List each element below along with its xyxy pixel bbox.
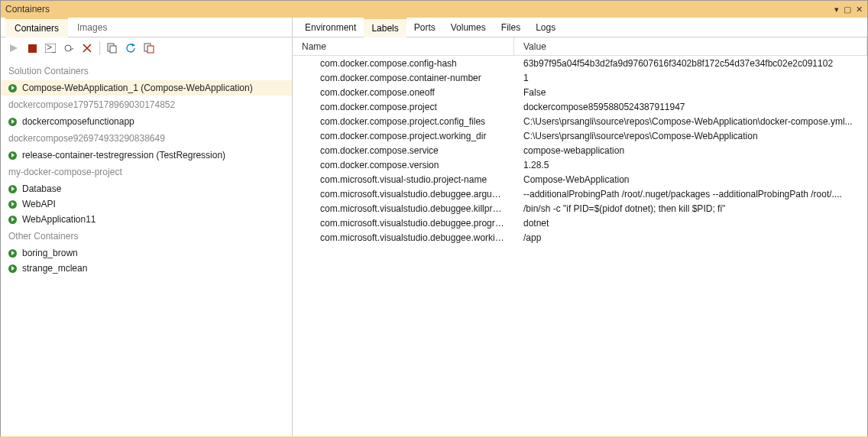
tree-item-label: boring_brown <box>22 248 78 258</box>
delete-icon[interactable] <box>79 40 96 57</box>
left-tab-bar: Containers Images <box>1 18 293 37</box>
svg-point-4 <box>65 45 71 51</box>
svg-marker-0 <box>10 44 18 52</box>
label-row[interactable]: com.docker.compose.project.config_filesC… <box>293 114 867 128</box>
label-name: com.microsoft.visualstudio.debuggee.kill… <box>293 203 514 214</box>
svg-text:>_: >_ <box>47 44 56 53</box>
tree-item[interactable]: dockercomposefunctionapp <box>1 114 292 129</box>
tree-item[interactable]: Compose-WebApplication_1 (Compose-WebApp… <box>1 80 292 96</box>
label-row[interactable]: com.docker.compose.servicecompose-webapp… <box>293 143 867 157</box>
label-name: com.docker.compose.project <box>293 102 514 112</box>
title-bar: Containers ▾ ▢ ✕ <box>1 1 867 18</box>
tree-item[interactable]: release-container-testregression (TestRe… <box>1 148 292 163</box>
tree-item-label: WebApplication11 <box>22 214 96 225</box>
label-row[interactable]: com.docker.compose.container-number1 <box>293 70 867 85</box>
label-name: com.docker.compose.oneoff <box>293 87 514 98</box>
label-name: com.docker.compose.config-hash <box>293 58 514 69</box>
label-row[interactable]: com.microsoft.visualstudio.debuggee.work… <box>293 230 867 245</box>
copy-icon[interactable] <box>104 40 121 57</box>
tabs-row: Containers Images Environment Labels Por… <box>1 18 867 37</box>
container-tree: Solution ContainersCompose-WebApplicatio… <box>1 59 292 279</box>
label-row[interactable]: com.microsoft.visualstudio.debuggee.argu… <box>293 187 867 201</box>
label-row[interactable]: com.docker.compose.project.working_dirC:… <box>293 128 867 143</box>
close-icon[interactable]: ✕ <box>856 5 863 15</box>
attach-debugger-icon[interactable] <box>60 40 77 57</box>
tab-ports[interactable]: Ports <box>406 18 443 37</box>
column-header-value[interactable]: Value <box>514 37 867 55</box>
main-area: >_ Solution ContainersCompose-WebApplica… <box>1 37 867 436</box>
svg-rect-1 <box>28 44 37 53</box>
tab-containers[interactable]: Containers <box>5 18 68 37</box>
svg-marker-7 <box>132 44 135 47</box>
tree-item-label: Compose-WebApplication_1 (Compose-WebApp… <box>22 83 253 93</box>
label-value: 1.28.5 <box>514 160 867 170</box>
label-value: dockercompose8595880524387911947 <box>514 102 867 112</box>
label-name: com.docker.compose.container-number <box>293 73 514 83</box>
running-indicator-icon <box>8 118 17 126</box>
label-name: com.docker.compose.project.working_dir <box>293 131 514 141</box>
tab-files[interactable]: Files <box>494 18 528 37</box>
tab-images[interactable]: Images <box>68 18 116 37</box>
label-row[interactable]: com.docker.compose.oneoffFalse <box>293 85 867 99</box>
label-name: com.microsoft.visualstudio.debuggee.work… <box>293 232 514 243</box>
start-icon[interactable] <box>5 40 22 57</box>
label-name: com.docker.compose.version <box>293 160 514 170</box>
tab-logs[interactable]: Logs <box>528 18 563 37</box>
detail-rows: com.docker.compose.config-hash63b97f95a0… <box>293 56 867 245</box>
tab-labels[interactable]: Labels <box>364 18 406 37</box>
label-value: 1 <box>514 73 867 83</box>
label-value: --additionalProbingPath /root/.nuget/pac… <box>514 189 867 200</box>
svg-rect-9 <box>147 46 154 53</box>
label-row[interactable]: com.docker.compose.projectdockercompose8… <box>293 99 867 114</box>
running-indicator-icon <box>8 84 17 92</box>
label-value: /app <box>514 232 867 243</box>
tree-item[interactable]: WebApplication11 <box>1 212 292 227</box>
detail-header: Name Value <box>293 37 867 56</box>
tree-group: Other Containers <box>1 227 292 245</box>
label-value: 63b97f95a04f54b3d2fa9d97607616f3402b8f17… <box>514 58 867 69</box>
running-indicator-icon <box>8 249 17 258</box>
label-row[interactable]: com.docker.compose.version1.28.5 <box>293 157 867 172</box>
tree-group: my-docker-compose-project <box>1 163 292 181</box>
running-indicator-icon <box>8 151 17 160</box>
label-row[interactable]: com.microsoft.visualstudio.debuggee.prog… <box>293 216 867 230</box>
running-indicator-icon <box>8 185 17 193</box>
refresh-icon[interactable] <box>122 40 139 57</box>
label-row[interactable]: com.microsoft.visual-studio.project-name… <box>293 172 867 187</box>
terminal-icon[interactable]: >_ <box>42 40 59 57</box>
tree-item-label: dockercomposefunctionapp <box>22 116 134 127</box>
label-name: com.microsoft.visual-studio.project-name <box>293 174 514 185</box>
label-value: /bin/sh -c "if PID=$(pidof dotnet); then… <box>514 203 867 214</box>
tree-item[interactable]: boring_brown <box>1 245 292 261</box>
label-name: com.docker.compose.service <box>293 145 514 156</box>
label-value: Compose-WebApplication <box>514 174 867 185</box>
tree-item[interactable]: Database <box>1 181 292 196</box>
stop-icon[interactable] <box>24 40 40 57</box>
label-value: C:\Users\prsangli\source\repos\Compose-W… <box>514 116 867 127</box>
sidebar-toolbar: >_ <box>1 37 292 59</box>
tree-group: dockercompose17975178969030174852 <box>1 96 292 114</box>
label-name: com.microsoft.visualstudio.debuggee.prog… <box>293 218 514 229</box>
tree-item[interactable]: strange_mclean <box>1 261 292 276</box>
label-value: C:\Users\prsangli\source\repos\Compose-W… <box>514 131 867 141</box>
label-row[interactable]: com.microsoft.visualstudio.debuggee.kill… <box>293 201 867 216</box>
label-name: com.microsoft.visualstudio.debuggee.argu… <box>293 189 514 200</box>
window-controls: ▾ ▢ ✕ <box>834 5 863 15</box>
window-title: Containers <box>5 4 50 15</box>
maximize-icon[interactable]: ▢ <box>844 5 851 15</box>
prune-icon[interactable] <box>141 40 157 57</box>
svg-rect-6 <box>110 46 116 53</box>
tree-group: dockercompose926974933290838649 <box>1 129 292 148</box>
label-row[interactable]: com.docker.compose.config-hash63b97f95a0… <box>293 56 867 70</box>
tab-volumes[interactable]: Volumes <box>443 18 494 37</box>
tab-environment[interactable]: Environment <box>297 18 364 37</box>
label-value: False <box>514 87 867 98</box>
running-indicator-icon <box>8 264 17 273</box>
window-menu-icon[interactable]: ▾ <box>834 5 839 15</box>
toolbar-separator <box>99 41 100 55</box>
tree-item[interactable]: WebAPI <box>1 196 292 212</box>
label-name: com.docker.compose.project.config_files <box>293 116 514 127</box>
running-indicator-icon <box>8 216 17 224</box>
label-value: compose-webapplication <box>514 145 867 156</box>
column-header-name[interactable]: Name <box>293 37 514 55</box>
